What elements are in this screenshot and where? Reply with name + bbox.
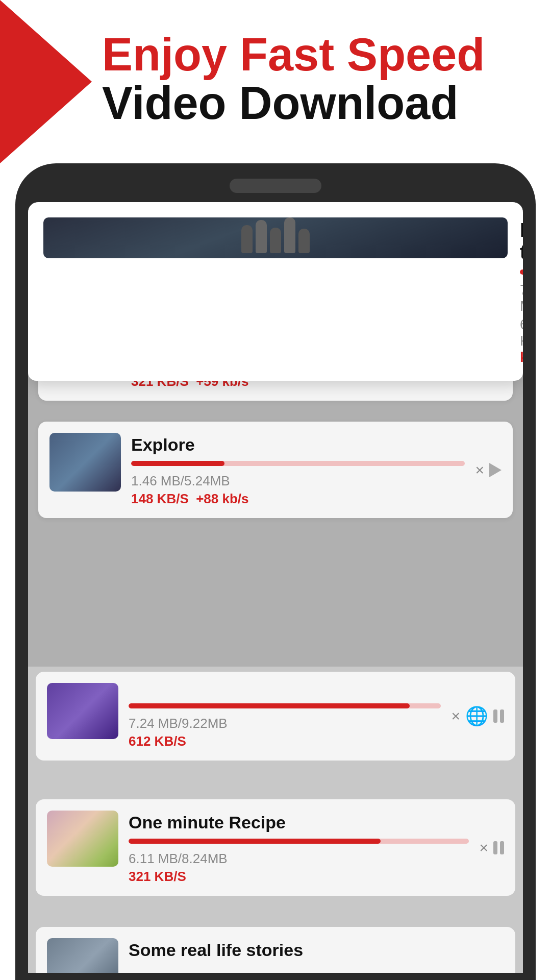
card-item1-size: 7.24 MB/9.22MB — [129, 716, 441, 731]
card-learn-progress-fill — [520, 270, 523, 275]
phone-speaker — [230, 179, 321, 193]
card-learn-info: Learn to Code 7.24 MB/9.22MB 612 KB/S +1… — [520, 217, 523, 365]
header-line2: Video Download — [102, 79, 531, 128]
card-explore-info: Explore 1.46 MB/5.24MB 148 KB/S +88 kb/s — [131, 433, 465, 507]
card-item2-speed: 321 KB/S — [129, 869, 469, 885]
phone-screen: Learn to Code 7.24 MB/9.22MB 612 KB/S +1… — [28, 202, 523, 973]
cards-area: Learn to Code 7.24 MB/9.22MB 612 KB/S +1… — [28, 202, 523, 973]
card-explore-close-button[interactable]: × — [475, 462, 484, 478]
globe-icon: 🌐 — [465, 705, 488, 727]
thumb-learn-to-code — [43, 217, 508, 258]
card-item3-info: Some real life stories — [129, 938, 504, 966]
header-section: Enjoy Fast Speed Video Download — [102, 31, 531, 127]
card-item2-info: One minute Recipe 6.11 MB/8.24MB 321 KB/… — [129, 811, 469, 885]
card-explore-progress-bg — [131, 461, 465, 466]
card-item2-pause-button[interactable] — [493, 841, 504, 854]
card-item2-size: 6.11 MB/8.24MB — [129, 851, 469, 867]
card-item2-actions: × — [479, 840, 504, 855]
decorative-arrow — [0, 0, 92, 163]
card-item1-info: 7.24 MB/9.22MB 612 KB/S — [129, 683, 441, 749]
card-explore-progress-fill — [131, 461, 224, 466]
card-item1-actions: × 🌐 — [451, 705, 504, 727]
card-item1-pause-button[interactable] — [493, 709, 504, 723]
card-learn-title: Learn to Code — [520, 219, 523, 263]
card-item2-title: One minute Recipe — [129, 813, 469, 832]
header-line1: Enjoy Fast Speed — [102, 31, 531, 79]
card-explore-speed: 148 KB/S +88 kb/s — [131, 491, 465, 507]
card-item3-title: Some real life stories — [129, 940, 504, 960]
card-explore: Explore 1.46 MB/5.24MB 148 KB/S +88 kb/s… — [38, 422, 513, 518]
thumb-explore — [49, 433, 121, 492]
card-item1-title — [129, 685, 441, 695]
card-learn-speed: 612 KB/S +125 kb/s — [520, 316, 523, 365]
card-item3: Some real life stories — [36, 927, 515, 973]
card-item2: One minute Recipe 6.11 MB/8.24MB 321 KB/… — [36, 799, 515, 896]
card-item1-progress-fill — [129, 703, 410, 708]
card-item1: 7.24 MB/9.22MB 612 KB/S × 🌐 — [36, 672, 515, 761]
card-item2-close-button[interactable]: × — [479, 840, 488, 855]
card-explore-size: 1.46 MB/5.24MB — [131, 473, 465, 489]
card-item1-progress-bg — [129, 703, 441, 708]
card-item2-progress-bg — [129, 839, 469, 844]
card-explore-title: Explore — [131, 435, 465, 455]
card-learn-progress-bg — [520, 270, 523, 275]
card-explore-play-button[interactable] — [489, 463, 502, 477]
card-learn-size: 7.24 MB/9.22MB — [520, 282, 523, 314]
thumb-stories — [47, 938, 118, 973]
card-item2-progress-fill — [129, 839, 381, 844]
card-item1-close-button[interactable]: × — [451, 708, 460, 724]
thumb-recipe2 — [47, 811, 118, 867]
card-item1-speed: 612 KB/S — [129, 733, 441, 749]
card-learn-to-code: Learn to Code 7.24 MB/9.22MB 612 KB/S +1… — [28, 202, 523, 381]
card-explore-actions: × — [475, 462, 502, 478]
phone-mockup: Learn to Code 7.24 MB/9.22MB 612 KB/S +1… — [15, 163, 536, 980]
thumb-purple — [47, 683, 118, 739]
bottom-cards-area: 7.24 MB/9.22MB 612 KB/S × 🌐 — [28, 667, 523, 973]
